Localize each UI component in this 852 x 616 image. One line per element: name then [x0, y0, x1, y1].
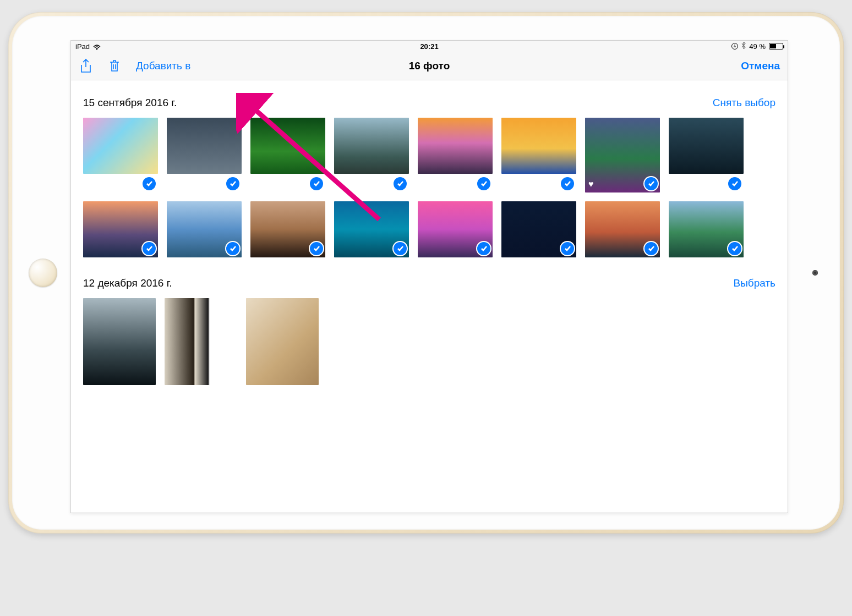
- add-to-button[interactable]: Добавить в: [136, 60, 190, 72]
- navigation-bar: Добавить в 16 фото Отмена: [71, 52, 788, 80]
- trash-button[interactable]: [107, 58, 122, 74]
- ipad-frame: iPad 20:21 49 %: [8, 12, 844, 534]
- section-header: 12 декабря 2016 г.Выбрать: [71, 261, 788, 295]
- photo-thumbnail[interactable]: [167, 118, 242, 193]
- photo-image: [167, 118, 242, 174]
- battery-icon: [769, 43, 783, 50]
- selected-checkmark-icon: [310, 242, 323, 255]
- photo-image: [501, 118, 576, 174]
- selected-checkmark-icon: [728, 177, 741, 190]
- photo-image: [246, 298, 319, 385]
- section-date: 15 сентября 2016 г.: [83, 97, 177, 109]
- photo-thumbnail[interactable]: [418, 201, 493, 257]
- ipad-bezel: iPad 20:21 49 %: [12, 16, 840, 530]
- photo-grid: [71, 295, 788, 388]
- selected-checkmark-icon: [477, 177, 490, 190]
- photo-thumbnail[interactable]: [250, 201, 325, 257]
- nav-title: 16 фото: [409, 60, 450, 72]
- selected-checkmark-icon: [143, 242, 156, 255]
- photo-image: [669, 118, 744, 174]
- photo-thumbnail[interactable]: [246, 298, 319, 385]
- selected-checkmark-icon: [561, 177, 574, 190]
- photo-thumbnail[interactable]: [585, 201, 660, 257]
- photo-thumbnail[interactable]: ♥: [585, 118, 660, 193]
- photo-thumbnail[interactable]: [501, 201, 576, 257]
- section-date: 12 декабря 2016 г.: [83, 277, 172, 289]
- photo-thumbnail[interactable]: [250, 118, 325, 193]
- photo-image: [165, 298, 237, 385]
- bluetooth-icon: [741, 42, 746, 51]
- selected-checkmark-icon: [477, 242, 490, 255]
- photo-thumbnail[interactable]: [669, 201, 744, 257]
- photo-thumbnail[interactable]: [418, 118, 493, 193]
- photo-thumbnail[interactable]: [167, 201, 242, 257]
- selected-checkmark-icon: [394, 177, 407, 190]
- selected-checkmark-icon: [645, 177, 658, 190]
- photo-image: [83, 118, 158, 174]
- selected-checkmark-icon: [394, 242, 407, 255]
- selected-checkmark-icon: [310, 177, 323, 190]
- photo-thumbnail[interactable]: [334, 118, 409, 193]
- screen: iPad 20:21 49 %: [70, 40, 788, 513]
- photo-thumbnail[interactable]: [669, 118, 744, 193]
- selected-checkmark-icon: [226, 242, 239, 255]
- photo-thumbnail[interactable]: [165, 298, 237, 385]
- svg-point-0: [96, 49, 97, 50]
- selected-checkmark-icon: [226, 177, 239, 190]
- home-button[interactable]: [29, 258, 57, 287]
- device-label: iPad: [75, 42, 90, 51]
- select-button[interactable]: Выбрать: [733, 277, 775, 289]
- clock: 20:21: [420, 42, 438, 51]
- status-bar: iPad 20:21 49 %: [71, 41, 788, 52]
- selected-checkmark-icon: [728, 242, 741, 255]
- photo-collection[interactable]: 15 сентября 2016 г.Снять выбор♥12 декабр…: [71, 80, 788, 513]
- photo-thumbnail[interactable]: [334, 201, 409, 257]
- favorite-heart-icon: ♥: [588, 179, 594, 189]
- photo-image: [334, 118, 409, 174]
- photo-thumbnail[interactable]: [83, 118, 158, 193]
- cancel-button[interactable]: Отмена: [741, 60, 780, 72]
- photo-grid: ♥: [71, 114, 788, 261]
- deselect-button[interactable]: Снять выбор: [713, 97, 775, 109]
- photo-thumbnail[interactable]: [501, 118, 576, 193]
- front-camera: [812, 270, 818, 276]
- photo-thumbnail[interactable]: [83, 201, 158, 257]
- selected-checkmark-icon: [645, 242, 658, 255]
- battery-percent: 49 %: [749, 42, 766, 51]
- selected-checkmark-icon: [561, 242, 574, 255]
- photo-image: [418, 118, 493, 174]
- orientation-lock-icon: [731, 43, 738, 50]
- photo-thumbnail[interactable]: [83, 298, 156, 385]
- share-button[interactable]: [79, 58, 93, 74]
- photo-image: [250, 118, 325, 174]
- wifi-icon: [93, 43, 101, 49]
- section-header: 15 сентября 2016 г.Снять выбор: [71, 80, 788, 114]
- selected-checkmark-icon: [143, 177, 156, 190]
- photo-image: [83, 298, 156, 385]
